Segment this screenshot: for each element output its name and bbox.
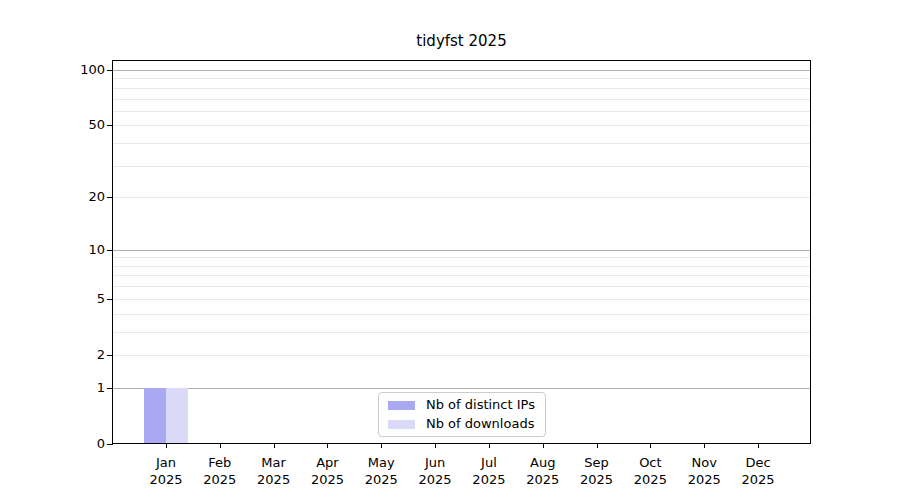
x-axis-tick [274,443,275,448]
x-axis-tick [758,443,759,448]
y-axis-tick-label: 2 [65,347,105,363]
x-axis-tick [435,443,436,448]
y-axis-tick [107,355,113,356]
gridline-minor [113,78,810,79]
gridline-major [113,250,810,251]
x-axis-tick [489,443,490,448]
gridline-minor [113,99,810,100]
y-axis-tick [107,388,113,389]
x-axis-tick [543,443,544,448]
gridline-minor [113,275,810,276]
gridline-minor [113,143,810,144]
y-axis-tick-label: 100 [65,62,105,78]
chart-title: tidyfst 2025 [112,32,811,50]
y-axis-tick-label: 20 [65,189,105,205]
gridline-minor [113,166,810,167]
y-axis-tick [107,444,113,445]
gridline-major [113,388,810,389]
legend-swatch-downloads [388,420,415,429]
gridline-minor [113,332,810,333]
gridline-minor [113,111,810,112]
gridline-minor [113,125,810,126]
y-axis-tick [107,250,113,251]
y-axis-tick-label: 50 [65,117,105,133]
legend-label: Nb of downloads [426,416,534,432]
y-axis-tick [107,125,113,126]
y-axis-tick [107,299,113,300]
bar-nb-of-distinct-ips-jan-2025 [144,388,166,443]
y-axis-tick-label: 10 [65,242,105,258]
x-axis-tick [166,443,167,448]
gridline-minor [113,257,810,258]
x-axis-tick [381,443,382,448]
legend-item: Nb of downloads [388,416,536,432]
x-axis-tick [327,443,328,448]
x-axis-tick [220,443,221,448]
x-axis-tick [650,443,651,448]
gridline-minor [113,314,810,315]
plot-area [112,60,811,444]
gridline-minor [113,266,810,267]
gridline-minor [113,355,810,356]
figure: tidyfst 2025 Nb of distinct IPs Nb of do… [0,0,900,500]
legend: Nb of distinct IPs Nb of downloads [378,392,546,437]
bar-nb-of-downloads-jan-2025 [166,388,188,443]
y-axis-tick-label: 5 [65,291,105,307]
x-axis-tick [597,443,598,448]
y-axis-tick-label: 0 [65,436,105,452]
legend-item: Nb of distinct IPs [388,397,536,413]
y-axis-tick [107,197,113,198]
y-axis-tick [107,70,113,71]
x-axis-tick-label: Dec 2025 [726,454,790,488]
gridline-minor [113,88,810,89]
gridline-major [113,70,810,71]
x-axis-tick [704,443,705,448]
y-axis-tick-label: 1 [65,380,105,396]
gridline-minor [113,299,810,300]
legend-label: Nb of distinct IPs [426,397,535,413]
gridline-minor [113,286,810,287]
gridline-minor [113,197,810,198]
legend-swatch-distinct-ips [388,401,415,410]
